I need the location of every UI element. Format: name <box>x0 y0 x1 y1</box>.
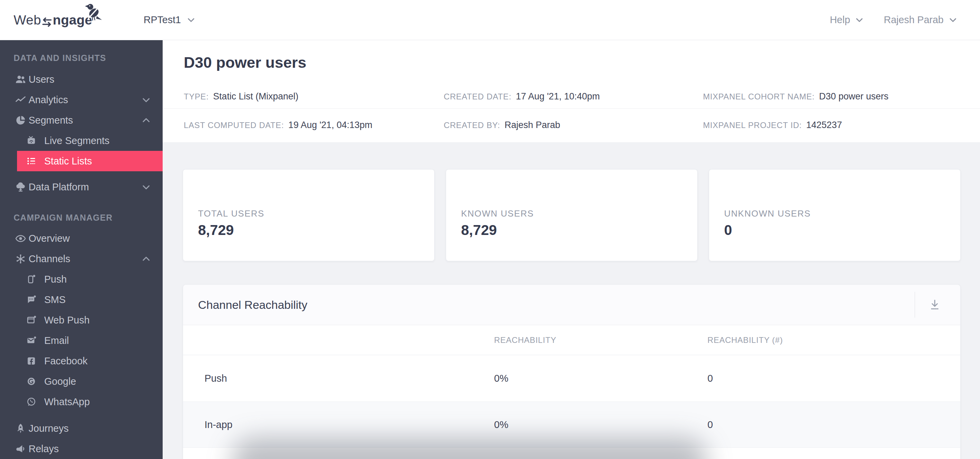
sidebar-item-label: Analytics <box>29 94 68 105</box>
stat-card-label: UNKNOWN USERS <box>724 209 811 219</box>
section-title-data-and-insights: DATA AND INSIGHTS <box>14 53 163 63</box>
sidebar-item-label: SMS <box>44 294 66 306</box>
live-segments-icon <box>26 135 39 146</box>
sidebar-item-relays[interactable]: Relays <box>0 438 163 459</box>
users-icon <box>12 74 29 85</box>
bird-icon <box>83 2 104 22</box>
sidebar-item-label: Web Push <box>44 315 89 326</box>
eye-icon <box>12 233 29 244</box>
sidebar-item-live-segments[interactable]: Live Segments <box>0 131 163 151</box>
table-row: Push 0% 0 <box>183 355 960 402</box>
stat-card-unknown-users: UNKNOWN USERS 0 <box>709 169 961 261</box>
meta-label: TYPE: <box>184 92 208 102</box>
chevron-down-icon <box>186 15 196 24</box>
chevron-up-icon <box>141 115 151 125</box>
section-title-campaign-manager: CAMPAIGN MANAGER <box>14 213 163 223</box>
web-push-icon <box>26 315 39 325</box>
sidebar-item-label: WhatsApp <box>44 396 90 408</box>
project-name: RPTest1 <box>143 14 181 26</box>
reachability-count: 0 <box>708 373 713 384</box>
segments-icon <box>12 115 29 126</box>
meta-label: MIXPANEL PROJECT ID: <box>703 121 802 130</box>
relays-icon <box>12 443 29 454</box>
meta-value: 1425237 <box>806 120 842 131</box>
chevron-down-icon <box>855 15 864 24</box>
download-icon <box>928 298 942 312</box>
sidebar-item-static-lists[interactable]: Static Lists <box>17 151 163 171</box>
chevron-up-icon <box>141 254 151 264</box>
sidebar-item-label: Overview <box>29 233 70 244</box>
channel-name: In-app <box>205 419 232 430</box>
journeys-icon <box>12 423 29 434</box>
meta-type: TYPE: Static List (Mixpanel) <box>184 91 298 102</box>
sidebar-item-label: Channels <box>29 253 70 265</box>
sidebar-item-segments[interactable]: Segments <box>0 110 163 131</box>
download-button[interactable] <box>924 293 946 316</box>
help-menu[interactable]: Help <box>830 14 864 26</box>
table-header-row: REACHABILITY REACHABILITY (#) <box>183 325 960 355</box>
column-header-reachability: REACHABILITY <box>494 335 556 345</box>
stat-card-label: TOTAL USERS <box>198 209 264 219</box>
stat-card-total-users: TOTAL USERS 8,729 <box>183 169 434 261</box>
chevron-down-icon <box>948 15 958 24</box>
chevron-down-icon <box>141 182 151 192</box>
logo-text-web: Web <box>14 13 41 27</box>
panel-title: Channel Reachability <box>198 298 307 312</box>
stat-card-value: 0 <box>724 222 732 238</box>
meta-label: CREATED BY: <box>444 121 500 130</box>
meta-value: 19 Aug '21, 04:13pm <box>288 120 372 131</box>
email-icon <box>26 335 39 346</box>
meta-created-date: CREATED DATE: 17 Aug '21, 10:40pm <box>444 91 600 102</box>
meta-cohort-name: MIXPANEL COHORT NAME: D30 power users <box>703 91 888 102</box>
column-header-reachability-count: REACHABILITY (#) <box>708 335 783 345</box>
sidebar-item-label: Facebook <box>44 355 88 367</box>
sidebar-item-push[interactable]: Push <box>0 269 163 289</box>
logo-arrows-icon <box>42 18 52 27</box>
reachability-pct: 0% <box>494 373 508 384</box>
sidebar-item-analytics[interactable]: Analytics <box>0 89 163 110</box>
sidebar-item-label: Segments <box>29 115 73 126</box>
page-title: D30 power users <box>184 54 306 72</box>
sidebar-item-label: Users <box>29 74 54 85</box>
sidebar-item-google[interactable]: Google <box>0 371 163 392</box>
project-selector[interactable]: RPTest1 <box>143 0 196 40</box>
google-icon <box>26 376 39 386</box>
sidebar-item-channels[interactable]: Channels <box>0 249 163 269</box>
sidebar-item-users[interactable]: Users <box>0 69 163 89</box>
stat-cards: TOTAL USERS 8,729 KNOWN USERS 8,729 UNKN… <box>183 169 961 261</box>
sidebar-item-label: Push <box>44 274 67 285</box>
meta-label: LAST COMPUTED DATE: <box>184 121 284 130</box>
meta-project-id: MIXPANEL PROJECT ID: 1425237 <box>703 120 842 131</box>
sidebar: DATA AND INSIGHTS Users Analytics <box>0 40 163 459</box>
webengage-logo[interactable]: Web ngage <box>14 0 92 40</box>
stat-card-known-users: KNOWN USERS 8,729 <box>446 169 698 261</box>
sidebar-item-data-platform[interactable]: Data Platform <box>0 177 163 197</box>
sidebar-item-overview[interactable]: Overview <box>0 228 163 249</box>
sidebar-item-label: Journeys <box>29 423 69 434</box>
reachability-count: 0 <box>708 419 713 430</box>
topbar-right-menu: Help Rajesh Parab <box>830 0 958 40</box>
table-row: In-app 0% 0 <box>183 402 960 448</box>
sidebar-item-label: Email <box>44 335 69 346</box>
sms-icon <box>26 295 39 305</box>
webengage-wordmark: Web ngage <box>14 13 92 27</box>
stat-card-value: 8,729 <box>461 222 497 238</box>
sidebar-item-whatsapp[interactable]: WhatsApp <box>0 392 163 412</box>
channel-name: Push <box>205 373 227 384</box>
user-menu[interactable]: Rajesh Parab <box>884 14 958 26</box>
stat-card-label: KNOWN USERS <box>461 209 534 219</box>
meta-value: Static List (Mixpanel) <box>213 91 298 102</box>
facebook-icon <box>26 356 39 366</box>
sidebar-item-label: Google <box>44 376 76 387</box>
sidebar-item-web-push[interactable]: Web Push <box>0 310 163 330</box>
meta-value: 17 Aug '21, 10:40pm <box>516 91 600 102</box>
sidebar-item-email[interactable]: Email <box>0 330 163 351</box>
meta-label: MIXPANEL COHORT NAME: <box>703 92 815 102</box>
sidebar-item-facebook[interactable]: Facebook <box>0 351 163 371</box>
panel-header-divider <box>915 292 915 318</box>
sidebar-item-sms[interactable]: SMS <box>0 289 163 310</box>
meta-value: D30 power users <box>819 91 888 102</box>
user-name: Rajesh Parab <box>884 14 943 26</box>
push-icon <box>26 274 39 284</box>
sidebar-item-journeys[interactable]: Journeys <box>0 418 163 438</box>
